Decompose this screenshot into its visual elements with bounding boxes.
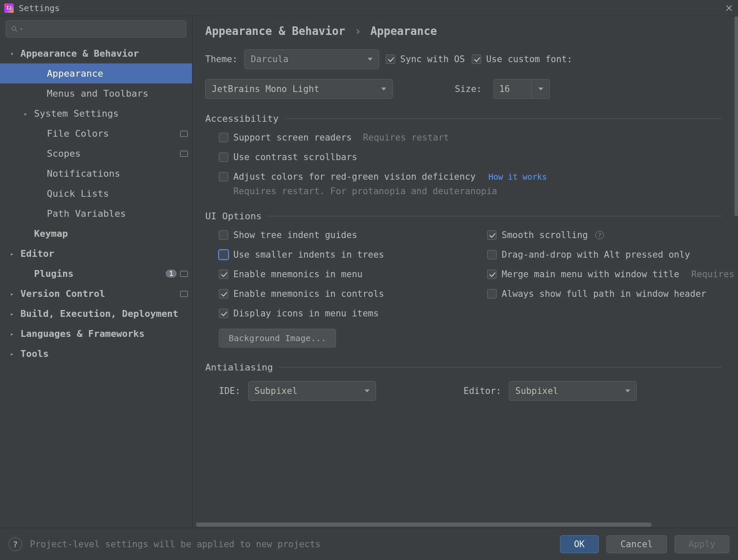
svg-line-3 bbox=[15, 30, 17, 32]
screen-readers-label: Support screen readers bbox=[233, 132, 352, 143]
smaller-indents-checkbox[interactable]: Use smaller indents in trees bbox=[219, 250, 474, 260]
project-scope-icon bbox=[180, 271, 188, 277]
sidebar-item-build-execution-deployment[interactable]: ▸Build, Execution, Deployment bbox=[0, 304, 192, 324]
checkbox-icon bbox=[219, 152, 228, 162]
checkbox-icon bbox=[219, 270, 228, 279]
background-image-button[interactable]: Background Image... bbox=[219, 329, 336, 347]
sidebar-item-plugins[interactable]: Plugins1 bbox=[0, 264, 192, 284]
icons-menu-checkbox[interactable]: Display icons in menu items bbox=[219, 308, 474, 319]
horizontal-scrollbar[interactable] bbox=[192, 522, 735, 528]
tree-guides-label: Show tree indent guides bbox=[233, 230, 357, 240]
smaller-indents-label: Use smaller indents in trees bbox=[233, 250, 384, 260]
sidebar-item-label: Build, Execution, Deployment bbox=[20, 308, 188, 319]
color-deficiency-checkbox[interactable]: Adjust colors for red-green vision defic… bbox=[219, 172, 722, 182]
smooth-scrolling-checkbox[interactable]: Smooth scrolling ? bbox=[487, 230, 735, 240]
apply-button[interactable]: Apply bbox=[675, 535, 729, 553]
sidebar-item-label: Path Variables bbox=[47, 208, 188, 219]
checkbox-icon bbox=[219, 289, 228, 299]
ok-button[interactable]: OK bbox=[560, 535, 599, 553]
chevron-down-icon bbox=[365, 390, 370, 393]
font-select[interactable]: JetBrains Mono Light bbox=[205, 79, 393, 99]
aa-editor-select[interactable]: Subpixel bbox=[509, 381, 637, 401]
screen-readers-checkbox[interactable]: Support screen readers Requires restart bbox=[219, 132, 722, 143]
full-path-checkbox[interactable]: Always show full path in window header bbox=[487, 289, 735, 299]
size-value: 16 bbox=[499, 84, 510, 94]
scroll-thumb[interactable] bbox=[196, 523, 652, 527]
checkbox-icon bbox=[219, 309, 228, 318]
search-input[interactable]: ▾ bbox=[6, 20, 186, 37]
chevron-down-icon bbox=[538, 88, 543, 91]
sidebar-item-menus-and-toolbars[interactable]: Menus and Toolbars bbox=[0, 83, 192, 103]
footer-message: Project-level settings will be applied t… bbox=[30, 539, 321, 549]
sidebar-item-appearance[interactable]: Appearance bbox=[0, 63, 192, 83]
footer: ? Project-level settings will be applied… bbox=[0, 528, 738, 560]
sidebar-item-file-colors[interactable]: File Colors bbox=[0, 123, 192, 144]
breadcrumb-sep: › bbox=[354, 25, 361, 37]
size-stepper[interactable] bbox=[532, 79, 550, 99]
tree-guides-checkbox[interactable]: Show tree indent guides bbox=[219, 230, 474, 240]
mnemonics-controls-checkbox[interactable]: Enable mnemonics in controls bbox=[219, 289, 474, 299]
merge-title-label: Merge main menu with window title bbox=[502, 269, 679, 279]
sidebar-item-version-control[interactable]: ▸Version Control bbox=[0, 284, 192, 304]
project-scope-icon bbox=[180, 131, 188, 137]
sidebar-item-label: Appearance & Behavior bbox=[20, 48, 188, 59]
sidebar-item-path-variables[interactable]: Path Variables bbox=[0, 204, 192, 224]
cancel-button[interactable]: Cancel bbox=[606, 535, 667, 553]
settings-tree: ▾Appearance & BehaviorAppearanceMenus an… bbox=[0, 41, 192, 528]
aa-ide-select[interactable]: Subpixel bbox=[248, 381, 376, 401]
custom-font-checkbox[interactable]: Use custom font: bbox=[472, 54, 572, 64]
theme-label: Theme: bbox=[205, 54, 238, 64]
sidebar-item-quick-lists[interactable]: Quick Lists bbox=[0, 184, 192, 204]
chevron-down-icon: ▾ bbox=[10, 50, 17, 57]
color-deficiency-sub: Requires restart. For protanopia and deu… bbox=[233, 186, 722, 196]
aa-ide-value: Subpixel bbox=[255, 386, 298, 396]
sidebar-item-label: Keymap bbox=[34, 228, 188, 239]
sidebar-item-editor[interactable]: ▸Editor bbox=[0, 244, 192, 264]
chevron-down-icon bbox=[381, 88, 386, 91]
scroll-thumb[interactable] bbox=[735, 16, 738, 216]
icons-menu-label: Display icons in menu items bbox=[233, 308, 379, 319]
sidebar-item-tools[interactable]: ▸Tools bbox=[0, 344, 192, 364]
theme-value: Darcula bbox=[251, 54, 289, 64]
sidebar-item-label: Scopes bbox=[47, 148, 177, 159]
project-scope-icon bbox=[180, 291, 188, 297]
close-icon[interactable] bbox=[724, 3, 734, 13]
sidebar-item-system-settings[interactable]: ▸System Settings bbox=[0, 103, 192, 123]
sidebar-item-label: Quick Lists bbox=[47, 188, 188, 199]
divider bbox=[284, 118, 722, 119]
info-icon[interactable]: ? bbox=[595, 231, 604, 239]
aa-editor-value: Subpixel bbox=[515, 386, 558, 396]
smooth-scrolling-label: Smooth scrolling bbox=[502, 230, 588, 240]
dnd-alt-checkbox[interactable]: Drag-and-drop with Alt pressed only bbox=[487, 250, 735, 260]
color-deficiency-label: Adjust colors for red-green vision defic… bbox=[233, 172, 476, 182]
accessibility-heading: Accessibility bbox=[205, 113, 279, 124]
chevron-right-icon: ▸ bbox=[10, 250, 17, 257]
sidebar-item-keymap[interactable]: Keymap bbox=[0, 224, 192, 244]
chevron-right-icon: ▸ bbox=[10, 290, 17, 297]
svg-point-2 bbox=[12, 26, 16, 30]
apply-label: Apply bbox=[689, 539, 715, 549]
mnemonics-menu-checkbox[interactable]: Enable mnemonics in menu bbox=[219, 269, 474, 279]
checkbox-icon bbox=[487, 230, 497, 240]
sync-os-checkbox[interactable]: Sync with OS bbox=[386, 54, 465, 64]
contrast-scroll-label: Use contrast scrollbars bbox=[233, 152, 357, 162]
window-title: Settings bbox=[19, 3, 60, 13]
chevron-right-icon: ▸ bbox=[10, 310, 17, 317]
merge-title-checkbox[interactable]: Merge main menu with window title Requir… bbox=[487, 269, 735, 279]
divider bbox=[279, 367, 722, 368]
checkbox-icon bbox=[472, 55, 481, 64]
sidebar-item-appearance-behavior[interactable]: ▾Appearance & Behavior bbox=[0, 43, 192, 63]
contrast-scrollbars-checkbox[interactable]: Use contrast scrollbars bbox=[219, 152, 722, 162]
how-it-works-link[interactable]: How it works bbox=[488, 172, 547, 181]
theme-select[interactable]: Darcula bbox=[244, 49, 379, 69]
sidebar-item-notifications[interactable]: Notifications bbox=[0, 164, 192, 184]
sidebar-item-scopes[interactable]: Scopes bbox=[0, 144, 192, 164]
vertical-scrollbar[interactable] bbox=[735, 16, 738, 522]
full-path-label: Always show full path in window header bbox=[502, 289, 706, 299]
chevron-down-icon bbox=[368, 58, 373, 61]
sidebar-item-languages-frameworks[interactable]: ▸Languages & Frameworks bbox=[0, 324, 192, 344]
size-input[interactable]: 16 bbox=[494, 79, 532, 99]
aa-ide-label: IDE: bbox=[219, 386, 241, 396]
help-icon[interactable]: ? bbox=[9, 537, 22, 551]
chevron-right-icon: ▸ bbox=[10, 330, 17, 337]
